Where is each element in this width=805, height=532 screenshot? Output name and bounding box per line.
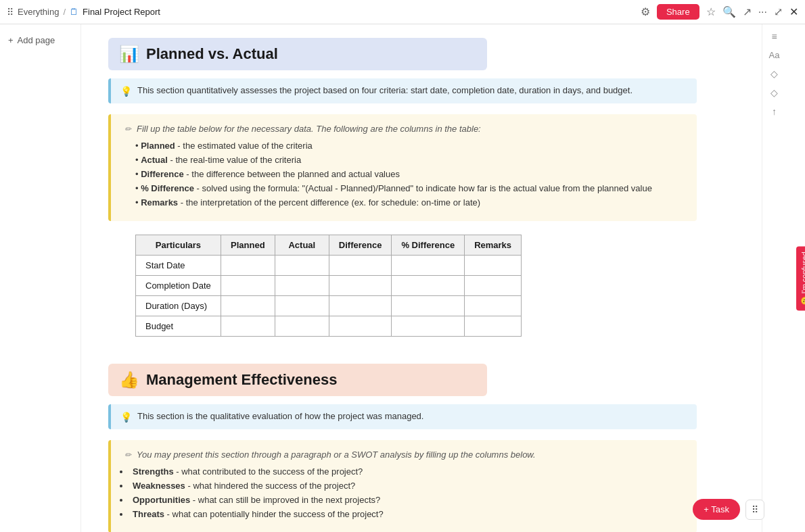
management-effectiveness-section: 👍 Management Effectiveness 💡 This sectio… (108, 364, 735, 532)
management-instruction-header: ✏ You may present this section through a… (124, 450, 683, 460)
cell-completion-label: Completion Date (136, 276, 221, 296)
diamond-icon-1[interactable]: ◇ (770, 68, 778, 79)
planned-vs-actual-instructions: ✏ Fill up the table below for the necess… (108, 114, 697, 221)
management-effectiveness-title: Management Effectiveness (146, 371, 337, 389)
add-page-button[interactable]: + Add page (0, 31, 80, 49)
confused-label: I'm confused (800, 251, 806, 293)
expand-icon[interactable]: ⤢ (774, 5, 783, 18)
planned-vs-actual-header: 📊 Planned vs. Actual (108, 38, 487, 70)
top-bar-actions: ⚙ Share ☆ 🔍 ↗ ··· ⤢ ✕ (641, 4, 798, 20)
col-header-pct-difference: % Difference (392, 235, 465, 256)
confused-panel: 😕 I'm confused (786, 24, 805, 532)
list-item: Remarks - the interpretation of the perc… (130, 197, 683, 208)
right-sidebar: ≡ Aa ◇ ◇ ↑ (762, 24, 786, 532)
cell-duration-diff[interactable] (329, 296, 392, 316)
planned-vs-actual-title: Planned vs. Actual (146, 45, 278, 63)
cell-budget-actual[interactable] (275, 316, 329, 337)
planned-vs-actual-table: Particulars Planned Actual Difference % … (135, 235, 522, 337)
cell-duration-remarks[interactable] (465, 296, 522, 316)
grid-view-button[interactable]: ⠿ (745, 500, 764, 520)
col-header-actual: Actual (275, 235, 329, 256)
cell-duration-actual[interactable] (275, 296, 329, 316)
plus-icon: + (8, 35, 14, 45)
table-row: Duration (Days) (136, 296, 522, 316)
cell-budget-remarks[interactable] (465, 316, 522, 337)
bottom-toolbar: + Task ⠿ (693, 499, 764, 520)
swot-threats: Threats - what can potentially hinder th… (130, 509, 683, 519)
bulb-icon-2: 💡 (120, 412, 132, 422)
share-button[interactable]: Share (657, 4, 699, 20)
cell-budget-pct[interactable] (392, 316, 465, 337)
cell-completion-actual[interactable] (275, 276, 329, 296)
left-sidebar: + Add page (0, 24, 81, 532)
cell-start-date-actual[interactable] (275, 256, 329, 276)
upload-icon[interactable]: ↑ (772, 106, 777, 117)
diamond-icon-2[interactable]: ◇ (770, 87, 778, 98)
cell-duration-planned[interactable] (221, 296, 275, 316)
add-page-label: Add page (18, 35, 55, 45)
list-item: Actual - the real-time value of the crit… (130, 155, 683, 165)
management-instruction-text: You may present this section through a p… (137, 450, 536, 460)
management-effectiveness-info: 💡 This section is the qualitative evalua… (108, 404, 697, 429)
col-header-planned: Planned (221, 235, 275, 256)
cell-duration-label: Duration (Days) (136, 296, 221, 316)
content-area: 📊 Planned vs. Actual 💡 This section quan… (81, 24, 762, 532)
star-icon[interactable]: ☆ (706, 5, 716, 18)
export-icon[interactable]: ↗ (743, 5, 752, 18)
breadcrumb-everything[interactable]: Everything (18, 7, 59, 17)
management-effectiveness-header: 👍 Management Effectiveness (108, 364, 487, 396)
planned-vs-actual-section: 📊 Planned vs. Actual 💡 This section quan… (108, 38, 735, 337)
cell-budget-diff[interactable] (329, 316, 392, 337)
cell-start-date-label: Start Date (136, 256, 221, 276)
more-icon[interactable]: ··· (758, 6, 767, 18)
text-size-icon[interactable]: Aa (769, 50, 780, 60)
breadcrumb: ⠿ Everything / 🗒 Final Project Report (7, 7, 160, 18)
lines-icon[interactable]: ≡ (771, 31, 777, 42)
bulb-icon: 💡 (120, 86, 132, 97)
table-row: Budget (136, 316, 522, 337)
swot-strengths: Strengths - what contributed to the succ… (130, 466, 683, 477)
search-icon[interactable]: 🔍 (722, 5, 736, 18)
col-header-particulars: Particulars (136, 235, 221, 256)
swot-list: Strengths - what contributed to the succ… (124, 466, 683, 519)
swot-opportunities: Opportunities - what can still be improv… (130, 495, 683, 505)
cell-budget-label: Budget (136, 316, 221, 337)
main-layout: + Add page 📊 Planned vs. Actual 💡 This s… (0, 24, 805, 532)
planned-vs-actual-info-text: This section quantitatively assesses the… (137, 85, 632, 95)
cell-completion-planned[interactable] (221, 276, 275, 296)
col-header-difference: Difference (329, 235, 392, 256)
settings-icon[interactable]: ⚙ (641, 5, 650, 18)
list-item: Difference - the difference between the … (130, 169, 683, 179)
table-row: Start Date (136, 256, 522, 276)
grid-dots-icon: ⠿ (752, 504, 758, 515)
list-item: % Difference - solved using the formula:… (130, 183, 683, 193)
thumbsup-icon: 👍 (119, 370, 139, 389)
swot-weaknesses: Weaknesses - what hindered the success o… (130, 481, 683, 491)
cell-start-date-remarks[interactable] (465, 256, 522, 276)
management-effectiveness-info-text: This section is the qualitative evaluati… (137, 411, 423, 421)
cell-budget-planned[interactable] (221, 316, 275, 337)
top-bar: ⠿ Everything / 🗒 Final Project Report ⚙ … (0, 0, 805, 24)
grid-icon: ⠿ (7, 7, 14, 18)
col-header-remarks: Remarks (465, 235, 522, 256)
cell-duration-pct[interactable] (392, 296, 465, 316)
cell-completion-remarks[interactable] (465, 276, 522, 296)
breadcrumb-doc-title[interactable]: Final Project Report (83, 7, 160, 17)
breadcrumb-separator: / (63, 7, 66, 17)
cell-start-date-planned[interactable] (221, 256, 275, 276)
confused-tab-button[interactable]: 😕 I'm confused (796, 246, 805, 310)
close-icon[interactable]: ✕ (789, 5, 798, 18)
list-item: Planned - the estimated value of the cri… (130, 141, 683, 151)
instruction-header-text: Fill up the table below for the necessar… (137, 124, 481, 134)
instruction-list: Planned - the estimated value of the cri… (124, 141, 683, 208)
cell-start-date-diff[interactable] (329, 256, 392, 276)
table-row: Completion Date (136, 276, 522, 296)
task-button[interactable]: + Task (693, 499, 740, 520)
cell-start-date-pct[interactable] (392, 256, 465, 276)
planned-vs-actual-info: 💡 This section quantitatively assesses t… (108, 78, 697, 103)
doc-icon: 🗒 (70, 7, 78, 17)
chart-icon: 📊 (119, 45, 139, 64)
cell-completion-diff[interactable] (329, 276, 392, 296)
confused-emoji: 😕 (800, 296, 805, 305)
cell-completion-pct[interactable] (392, 276, 465, 296)
